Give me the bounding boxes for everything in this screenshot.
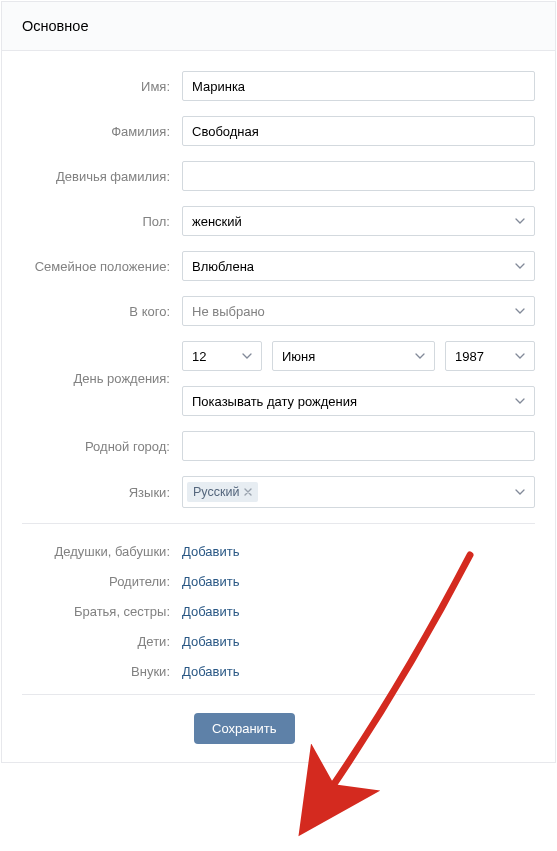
first-name-input[interactable] [182, 71, 535, 101]
chevron-down-icon [242, 353, 252, 359]
row-grandchildren: Внуки: Добавить [22, 664, 535, 679]
birthday-day-value: 12 [192, 349, 206, 364]
last-name-input[interactable] [182, 116, 535, 146]
row-parents: Родители: Добавить [22, 574, 535, 589]
label-siblings: Братья, сестры: [22, 604, 182, 619]
label-last-name: Фамилия: [22, 124, 182, 139]
label-relation: Семейное положение: [22, 259, 182, 274]
row-languages: Языки: Русский [22, 476, 535, 508]
row-last-name: Фамилия: [22, 116, 535, 146]
save-button[interactable]: Сохранить [194, 713, 295, 744]
chevron-down-icon [515, 263, 525, 269]
label-relation-partner: В кого: [22, 304, 182, 319]
chevron-down-icon [515, 218, 525, 224]
main-panel: Основное Имя: Фамилия: Девичья фамилия: … [1, 1, 556, 763]
birthday-month-select[interactable]: Июня [272, 341, 435, 371]
row-relation-partner: В кого: Не выбрано [22, 296, 535, 326]
gender-select[interactable]: женский [182, 206, 535, 236]
close-icon[interactable] [244, 488, 252, 496]
label-gender: Пол: [22, 214, 182, 229]
label-hometown: Родной город: [22, 439, 182, 454]
row-hometown: Родной город: [22, 431, 535, 461]
label-grandparents: Дедушки, бабушки: [22, 544, 182, 559]
gender-select-value: женский [192, 214, 242, 229]
row-grandparents: Дедушки, бабушки: Добавить [22, 544, 535, 559]
birthday-month-value: Июня [282, 349, 315, 364]
label-languages: Языки: [22, 485, 182, 500]
section-divider [22, 523, 535, 524]
language-token[interactable]: Русский [187, 482, 258, 502]
label-maiden-name: Девичья фамилия: [22, 169, 182, 184]
row-siblings: Братья, сестры: Добавить [22, 604, 535, 619]
row-first-name: Имя: [22, 71, 535, 101]
birthday-day-select[interactable]: 12 [182, 341, 262, 371]
panel-title: Основное [22, 18, 88, 34]
row-children: Дети: Добавить [22, 634, 535, 649]
relation-partner-value: Не выбрано [192, 304, 265, 319]
maiden-name-input[interactable] [182, 161, 535, 191]
add-grandparents-link[interactable]: Добавить [182, 544, 239, 559]
row-birthday: День рождения: 12 Июня [22, 341, 535, 416]
birthday-year-value: 1987 [455, 349, 484, 364]
birthday-visibility-value: Показывать дату рождения [192, 394, 357, 409]
relation-partner-select[interactable]: Не выбрано [182, 296, 535, 326]
relation-select[interactable]: Влюблена [182, 251, 535, 281]
label-parents: Родители: [22, 574, 182, 589]
languages-input[interactable]: Русский [182, 476, 535, 508]
birthday-year-select[interactable]: 1987 [445, 341, 535, 371]
hometown-input[interactable] [182, 431, 535, 461]
add-grandchildren-link[interactable]: Добавить [182, 664, 239, 679]
chevron-down-icon [515, 398, 525, 404]
row-relation: Семейное положение: Влюблена [22, 251, 535, 281]
panel-header: Основное [2, 2, 555, 51]
label-birthday: День рождения: [22, 371, 182, 386]
add-children-link[interactable]: Добавить [182, 634, 239, 649]
chevron-down-icon [515, 308, 525, 314]
label-grandchildren: Внуки: [22, 664, 182, 679]
label-first-name: Имя: [22, 79, 182, 94]
add-parents-link[interactable]: Добавить [182, 574, 239, 589]
relation-select-value: Влюблена [192, 259, 254, 274]
panel-footer: Сохранить [22, 694, 535, 762]
birthday-visibility-select[interactable]: Показывать дату рождения [182, 386, 535, 416]
label-children: Дети: [22, 634, 182, 649]
row-maiden-name: Девичья фамилия: [22, 161, 535, 191]
chevron-down-icon [515, 353, 525, 359]
row-gender: Пол: женский [22, 206, 535, 236]
language-token-label: Русский [193, 485, 239, 499]
chevron-down-icon [515, 489, 525, 495]
add-siblings-link[interactable]: Добавить [182, 604, 239, 619]
chevron-down-icon [415, 353, 425, 359]
panel-body: Имя: Фамилия: Девичья фамилия: Пол: жен [2, 51, 555, 762]
